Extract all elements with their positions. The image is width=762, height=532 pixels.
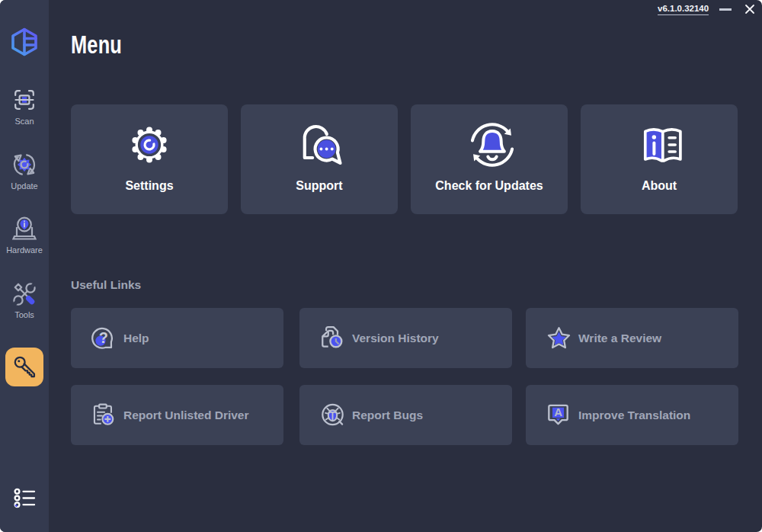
svg-text:A: A [554,405,562,418]
svg-text:?: ? [99,329,108,346]
